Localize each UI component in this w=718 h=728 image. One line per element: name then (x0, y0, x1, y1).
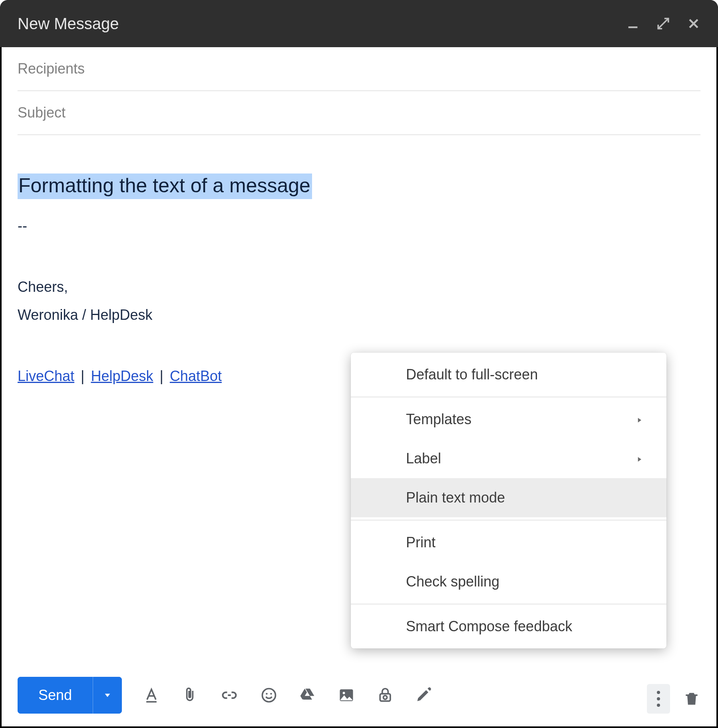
menu-item-label: Plain text mode (406, 489, 505, 506)
more-options-button[interactable] (647, 684, 670, 714)
send-button-group: Send (18, 677, 122, 714)
insert-drive-icon[interactable] (298, 686, 317, 704)
subject-input[interactable] (18, 104, 700, 121)
menu-smart-compose-feedback[interactable]: Smart Compose feedback (351, 607, 666, 646)
link-separator: | (153, 368, 170, 384)
message-body[interactable]: Formatting the text of a message -- Chee… (0, 135, 718, 387)
subject-row (18, 91, 700, 135)
link-helpdesk[interactable]: HelpDesk (91, 368, 153, 384)
more-options-menu: Default to full-screen Templates Label P… (351, 353, 666, 648)
recipients-row (18, 47, 700, 91)
compose-window: New Message (0, 0, 718, 728)
insert-photo-icon[interactable] (338, 686, 355, 704)
titlebar-actions (626, 17, 700, 30)
menu-check-spelling[interactable]: Check spelling (351, 562, 666, 601)
compose-toolbar: Send (18, 677, 700, 714)
menu-item-label: Default to full-screen (406, 366, 538, 383)
menu-default-fullscreen[interactable]: Default to full-screen (351, 355, 666, 394)
link-chatbot[interactable]: ChatBot (170, 368, 222, 384)
minimize-icon[interactable] (626, 17, 640, 30)
link-livechat[interactable]: LiveChat (18, 368, 74, 384)
svg-point-2 (263, 689, 276, 702)
menu-item-label: Print (406, 534, 436, 551)
menu-item-label: Check spelling (406, 573, 499, 590)
recipients-input[interactable] (18, 60, 700, 77)
menu-templates[interactable]: Templates (351, 400, 666, 439)
svg-point-4 (270, 693, 272, 694)
signature-separator: -- (18, 215, 700, 236)
menu-print[interactable]: Print (351, 523, 666, 562)
svg-point-3 (266, 693, 267, 694)
insert-link-icon[interactable] (219, 686, 239, 704)
signature-block: Cheers, Weronika / HelpDesk (18, 273, 700, 329)
formatting-icons (143, 686, 433, 704)
window-title: New Message (18, 15, 119, 33)
svg-point-6 (343, 692, 345, 694)
close-icon[interactable] (687, 17, 700, 30)
menu-item-label: Smart Compose feedback (406, 618, 572, 635)
svg-rect-0 (628, 26, 638, 28)
menu-item-label: Label (406, 450, 441, 467)
fullscreen-icon[interactable] (656, 17, 670, 30)
toolbar-right (647, 684, 700, 714)
send-options-button[interactable] (93, 677, 122, 714)
menu-label[interactable]: Label (351, 439, 666, 478)
header-fields (0, 47, 718, 135)
body-selected-text: Formatting the text of a message (18, 174, 312, 199)
menu-plain-text-mode[interactable]: Plain text mode (351, 478, 666, 517)
send-button[interactable]: Send (18, 677, 93, 714)
signature-line-1: Cheers, (18, 273, 700, 301)
attach-file-icon[interactable] (181, 686, 199, 704)
confidential-mode-icon[interactable] (376, 686, 394, 704)
svg-point-8 (383, 696, 387, 699)
titlebar: New Message (0, 0, 718, 47)
menu-item-label: Templates (406, 411, 471, 428)
link-separator: | (74, 368, 91, 384)
insert-emoji-icon[interactable] (260, 686, 278, 704)
text-format-icon[interactable] (143, 686, 160, 704)
insert-signature-icon[interactable] (415, 686, 433, 704)
discard-draft-icon[interactable] (683, 690, 700, 708)
chevron-right-icon (635, 411, 643, 428)
chevron-right-icon (635, 450, 643, 467)
svg-rect-1 (146, 701, 157, 703)
signature-line-2: Weronika / HelpDesk (18, 301, 700, 329)
